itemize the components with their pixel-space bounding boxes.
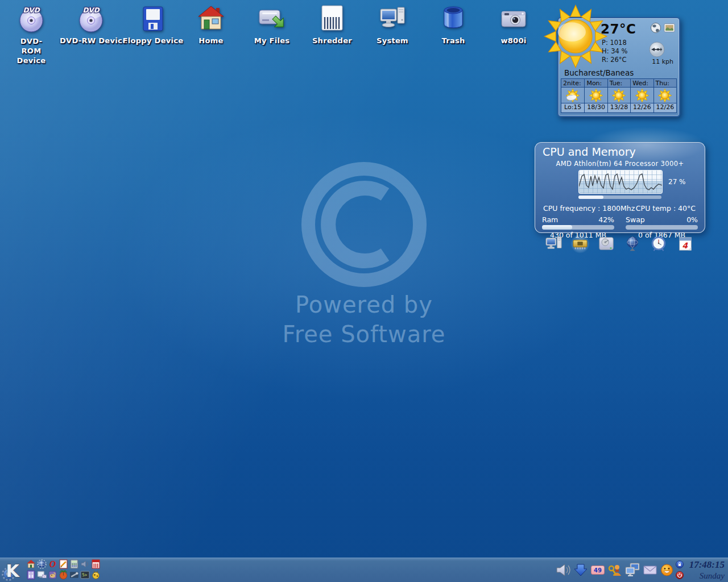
photo-icon[interactable]: [664, 22, 675, 34]
calculator-icon[interactable]: [69, 559, 79, 569]
media-player-icon[interactable]: [91, 559, 101, 569]
swap-bar: [626, 225, 698, 230]
game-icon[interactable]: [91, 570, 101, 580]
swap-percent: 0%: [686, 215, 698, 224]
image-editor-icon[interactable]: [48, 570, 57, 580]
desktop-icon-trash[interactable]: Trash: [422, 5, 485, 45]
camera-icon: [499, 5, 528, 33]
desktop-icon-floppy[interactable]: Floppy Device: [122, 5, 184, 45]
svg-text:O: O: [49, 559, 56, 569]
ram-percent: 42%: [598, 215, 614, 224]
svg-text:5>: 5>: [82, 572, 87, 577]
notification-count: 49: [591, 566, 605, 575]
cpu-usage-graph: [578, 170, 663, 194]
launcher-computer[interactable]: [545, 234, 563, 253]
tool-icon[interactable]: [69, 570, 79, 580]
forecast-temp: Lo:15: [561, 103, 584, 112]
shredder-icon: [318, 5, 346, 33]
cpu-temperature: CPU temp : 40°C: [636, 204, 696, 213]
messenger-smiley-icon[interactable]: [660, 564, 673, 577]
sun-icon: [658, 88, 672, 103]
current-temperature: 27°C: [601, 22, 636, 36]
network-monitors-icon[interactable]: [625, 563, 640, 577]
desktop-icon-w800i[interactable]: w800i: [482, 5, 545, 45]
humidity: H: 34 %: [602, 47, 627, 56]
address-book-icon[interactable]: [26, 570, 36, 580]
desktop-icon-dvd-rom[interactable]: DVD DVD-ROM Device: [0, 5, 63, 65]
cpu-mini-bar: [578, 196, 661, 199]
network-globe-icon: [624, 235, 641, 252]
konqueror-icon[interactable]: [37, 559, 47, 569]
launcher-calendar[interactable]: 4: [676, 234, 694, 253]
forecast-day: Mon:: [585, 79, 607, 88]
hard-disk-icon: [598, 235, 615, 252]
mail-icon[interactable]: [643, 563, 657, 577]
volume-icon[interactable]: [556, 563, 570, 577]
desktop-icon-label: System: [361, 36, 424, 45]
desktop-icon-dvd-rw[interactable]: DVD DVD-RW Device: [60, 5, 122, 45]
weather-stats: P: 1018 H: 34 % R: 26°C: [602, 39, 627, 64]
widget-title: CPU and Memory: [535, 143, 705, 158]
desktop-icon-home[interactable]: Home: [180, 5, 242, 45]
k-menu-button[interactable]: K: [1, 559, 24, 581]
clock-day: Sunday: [689, 571, 725, 581]
cpu-frequency: CPU frequency : 1800Mhz: [543, 204, 635, 213]
k-menu-icon: K: [1, 559, 24, 581]
floppy-icon: [139, 5, 167, 33]
weather-widget[interactable]: 27°C P: 1018 H: 34 % R: 26°C 11 kph Buch…: [557, 17, 680, 117]
terminal-icon[interactable]: 5>: [80, 570, 90, 580]
launcher-hard-disk[interactable]: [597, 234, 615, 253]
forecast-col: Wed: 12/26: [630, 79, 653, 113]
system-tray: 49: [556, 558, 673, 582]
svg-text:DVD: DVD: [82, 6, 100, 14]
wind-gauge-icon: [648, 41, 665, 58]
power-icon: [676, 571, 684, 579]
sun-icon: [612, 88, 626, 103]
desktop-icon-label: DVD-RW Device: [60, 36, 122, 45]
cpu-usage-value: 27 %: [668, 178, 686, 186]
forecast-temp: 18/30: [585, 103, 607, 112]
desktop-icon-shredder[interactable]: Shredder: [301, 5, 363, 45]
house-icon: [197, 5, 225, 33]
sun-cloud-icon: [566, 88, 580, 103]
desktop-icon-label: Floppy Device: [122, 36, 184, 45]
taskbar-clock[interactable]: 17:48:15 Sunday: [689, 559, 725, 581]
notification-count-badge[interactable]: 49: [591, 566, 605, 575]
svg-text:4: 4: [682, 241, 688, 250]
forecast-day: Thu:: [654, 79, 676, 88]
world-browser-icon[interactable]: [59, 570, 68, 580]
powered-by-watermark: Powered by Free Software: [225, 159, 503, 349]
volume-icon[interactable]: [80, 559, 90, 569]
download-arrow-icon[interactable]: [574, 563, 588, 577]
forecast-day: 2nite:: [561, 79, 584, 88]
dvd-disc-icon: DVD: [77, 5, 105, 33]
globe-icon[interactable]: [650, 22, 661, 34]
forecast-col: 2nite: Lo:15: [561, 79, 584, 113]
weather-mini-icons: [650, 22, 675, 34]
forecast-col: Thu: 12/26: [653, 79, 676, 113]
opera-icon[interactable]: O: [48, 559, 57, 569]
launcher-network-globe[interactable]: [623, 234, 642, 253]
ram-bar-fill: [542, 225, 572, 230]
kwallet-key-icon[interactable]: [608, 563, 622, 577]
home-icon[interactable]: [26, 559, 36, 569]
forecast-day: Wed:: [631, 79, 653, 88]
session-buttons: [676, 560, 684, 579]
clock-icon: [650, 235, 667, 252]
forecast-temp: 13/28: [608, 103, 630, 112]
drive-arrow-icon: [257, 5, 287, 33]
desktop-icon-system[interactable]: System: [361, 5, 424, 45]
taskbar: K O: [0, 558, 728, 582]
lock-button[interactable]: [676, 560, 684, 568]
launcher-clock[interactable]: [650, 234, 668, 253]
watermark-line2: Free Software: [225, 319, 503, 349]
launcher-memory[interactable]: [571, 234, 589, 253]
desktop-icon-label: My Files: [241, 36, 303, 45]
remote-desktop-icon[interactable]: [37, 570, 47, 580]
logout-button[interactable]: [676, 571, 684, 579]
text-editor-icon[interactable]: [59, 559, 68, 569]
forecast-temp: 12/26: [631, 103, 653, 112]
clock-time: 17:48:15: [689, 559, 725, 571]
sun-icon: [589, 88, 603, 103]
desktop-icon-my-files[interactable]: My Files: [241, 5, 303, 45]
